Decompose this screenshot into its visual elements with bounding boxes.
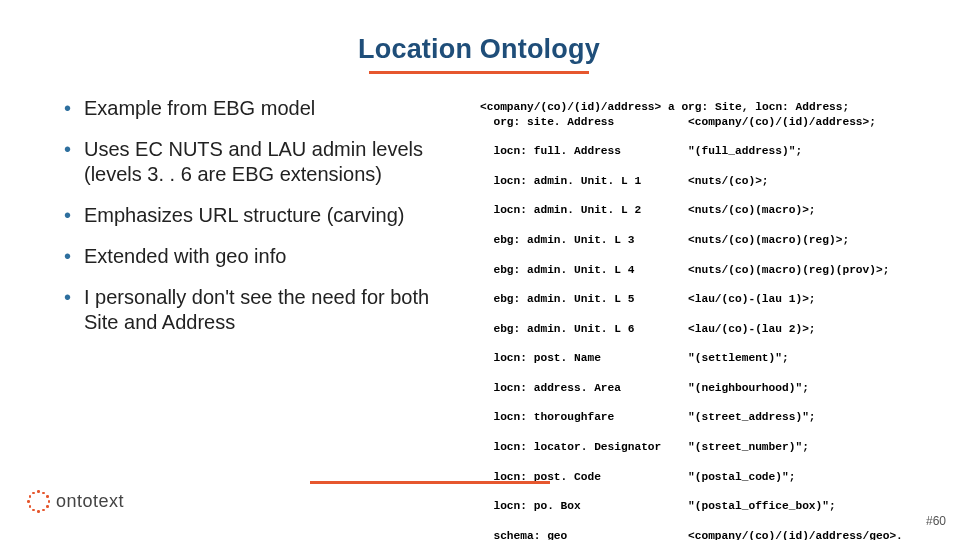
- list-item: Extended with geo info: [58, 244, 458, 269]
- logo-text: ontotext: [56, 491, 124, 512]
- code-key: locn: po. Box: [480, 499, 688, 514]
- code-val: <nuts/(co)(macro)>;: [688, 203, 816, 218]
- code-val: "(settlement)";: [688, 351, 789, 366]
- code-key: locn: address. Area: [480, 381, 688, 396]
- code-val: <lau/(co)-(lau 1)>;: [688, 292, 816, 307]
- list-item: Example from EBG model: [58, 96, 458, 121]
- code-val: <company/(co)/(id)/address/geo>.: [688, 529, 903, 540]
- code-key: ebg: admin. Unit. L 3: [480, 233, 688, 248]
- code-key: locn: admin. Unit. L 1: [480, 174, 688, 189]
- code-val: "(street_address)";: [688, 410, 816, 425]
- code-val: "(full_address)";: [688, 144, 802, 159]
- code-val: <lau/(co)-(lau 2)>;: [688, 322, 816, 337]
- footer-rule: [310, 481, 550, 484]
- code-val: "(neighbourhood)";: [688, 381, 809, 396]
- list-item: I personally don't see the need for both…: [58, 285, 458, 335]
- code-key: ebg: admin. Unit. L 5: [480, 292, 688, 307]
- code-key: locn: locator. Designator: [480, 440, 688, 455]
- code-val: <nuts/(co)(macro)(reg)(prov)>;: [688, 263, 889, 278]
- bullet-list: Example from EBG model Uses EC NUTS and …: [58, 96, 458, 335]
- code-block-1: <company/(co)/(id)/address> a org: Site,…: [480, 100, 903, 540]
- code-key: ebg: admin. Unit. L 6: [480, 322, 688, 337]
- content-columns: Example from EBG model Uses EC NUTS and …: [58, 96, 900, 540]
- code-key: ebg: admin. Unit. L 4: [480, 263, 688, 278]
- logo: ontotext: [28, 490, 124, 512]
- left-column: Example from EBG model Uses EC NUTS and …: [58, 96, 458, 540]
- code-key: schema: geo: [480, 529, 688, 540]
- slide: Location Ontology Example from EBG model…: [0, 0, 960, 540]
- code-key: locn: post. Name: [480, 351, 688, 366]
- code-val: "(postal_code)";: [688, 470, 795, 485]
- code-key: locn: full. Address: [480, 144, 688, 159]
- code-key: locn: thoroughfare: [480, 410, 688, 425]
- code-key: org: site. Address: [480, 115, 688, 130]
- list-item: Emphasizes URL structure (carving): [58, 203, 458, 228]
- title-underline: [369, 71, 589, 74]
- code-val: <nuts/(co)>;: [688, 174, 769, 189]
- code-val: <company/(co)/(id)/address>;: [688, 115, 876, 130]
- code-val: "(postal_office_box)";: [688, 499, 836, 514]
- code-line: <company/(co)/(id)/address> a org: Site,…: [480, 101, 849, 113]
- code-key: locn: admin. Unit. L 2: [480, 203, 688, 218]
- page-number: #60: [926, 514, 946, 528]
- code-val: "(street_number)";: [688, 440, 809, 455]
- code-val: <nuts/(co)(macro)(reg)>;: [688, 233, 849, 248]
- list-item: Uses EC NUTS and LAU admin levels (level…: [58, 137, 458, 187]
- logo-icon: [28, 490, 50, 512]
- slide-title: Location Ontology: [58, 34, 900, 65]
- right-column: <company/(co)/(id)/address> a org: Site,…: [480, 96, 903, 540]
